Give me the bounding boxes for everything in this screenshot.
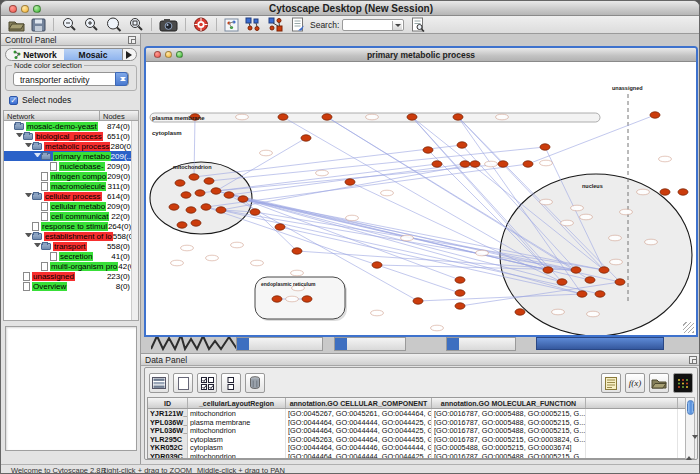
layout-a-icon[interactable] (242, 17, 265, 33)
attribute-table[interactable]: ID_cellularLayoutRegionannotation.GO CEL… (147, 397, 689, 459)
network-node[interactable] (211, 188, 221, 194)
tree-row[interactable]: nucleobase-209(0) (4, 161, 138, 171)
network-overview-icon[interactable] (221, 17, 242, 33)
network-node[interactable] (302, 296, 312, 302)
tree-row[interactable]: cell communicat22(0) (4, 211, 138, 221)
network-node[interactable] (272, 296, 282, 302)
column-nodes[interactable]: Nodes (100, 111, 138, 120)
attribute-table-row[interactable]: YKR052Ccytoplasm[GO:0044464, GO:0044446,… (148, 443, 688, 452)
tree-row[interactable]: secretion41(0) (4, 251, 138, 261)
select-all-attributes-icon[interactable] (197, 373, 217, 393)
network-tree[interactable]: mosaic-demo-yeast874(0)biological_proces… (3, 121, 139, 321)
tree-row[interactable]: cellular metabo209(0) (4, 201, 138, 211)
network-node[interactable] (216, 207, 226, 213)
column-header[interactable]: _cellularLayoutRegion (188, 398, 286, 408)
tree-row[interactable]: transport558(0) (4, 241, 138, 251)
tree-row[interactable]: unassigned223(0) (4, 271, 138, 281)
zoom-in-icon[interactable] (80, 17, 102, 33)
network-node[interactable] (432, 161, 442, 167)
function-builder-icon[interactable]: f(x) (625, 373, 645, 393)
tree-row[interactable]: Overview8(0) (4, 281, 138, 291)
network-node[interactable] (423, 147, 433, 153)
select-attributes-icon[interactable] (149, 373, 169, 393)
network-node[interactable] (204, 178, 214, 184)
network-node[interactable] (201, 204, 211, 210)
search-dropdown-icon[interactable] (392, 21, 402, 30)
network-node[interactable] (678, 189, 688, 195)
network-node[interactable] (660, 189, 670, 195)
scroll-down-icon[interactable] (692, 435, 698, 459)
network-node[interactable] (577, 291, 587, 297)
network-node[interactable] (169, 204, 179, 210)
attribute-notes-icon[interactable] (601, 373, 621, 393)
network-node[interactable] (301, 135, 311, 141)
network-node[interactable] (224, 192, 234, 198)
tabs-overflow-button[interactable] (122, 49, 136, 60)
network-node[interactable] (455, 277, 465, 283)
attribute-table-row[interactable]: YPL036W__1mitochondrion[GO:0044464, GO:0… (148, 426, 688, 435)
network-node[interactable] (372, 262, 382, 268)
network-node[interactable] (407, 114, 417, 120)
network-node[interactable] (238, 196, 248, 202)
network-node[interactable] (455, 303, 465, 309)
open-file-icon[interactable] (5, 17, 28, 33)
table-scrollbar[interactable] (685, 397, 695, 459)
network-canvas[interactable]: plasma membranecytoplasmmitochondrionnuc… (146, 62, 696, 335)
network-view-titlebar[interactable]: primary metabolic process (146, 48, 696, 62)
tree-row[interactable]: metabolic process280(0) (4, 141, 138, 151)
network-node[interactable] (186, 207, 196, 213)
tree-row[interactable]: primary metabo209(... (4, 151, 138, 161)
background-window[interactable] (446, 337, 516, 351)
import-icon[interactable] (288, 17, 308, 33)
network-node[interactable] (195, 190, 205, 196)
network-node[interactable] (540, 144, 550, 150)
network-node[interactable] (585, 277, 595, 283)
network-node[interactable] (250, 209, 260, 215)
float-panel-icon[interactable] (128, 36, 136, 44)
attribute-table-row[interactable]: YPL036W__2plasma membrane[GO:0044464, GO… (148, 418, 688, 427)
column-header[interactable]: ID (148, 398, 188, 408)
attribute-table-row[interactable]: YJR121W__1mitochondrion[GO:0045267, GO:0… (148, 409, 688, 418)
network-node[interactable] (557, 279, 567, 285)
tree-row[interactable]: establishment of lo558(0) (4, 231, 138, 241)
tab-mosaic[interactable]: Mosaic (64, 49, 122, 60)
search-input[interactable] (342, 19, 404, 31)
network-node[interactable] (181, 192, 191, 198)
network-node[interactable] (615, 279, 625, 285)
float-panel-icon[interactable] (689, 356, 697, 364)
zoom-selected-icon[interactable] (125, 17, 147, 33)
network-node[interactable] (453, 114, 463, 120)
tab-network[interactable]: Network (6, 49, 64, 60)
expand-arrow-icon[interactable] (24, 192, 32, 200)
background-window-titlebar[interactable] (536, 337, 664, 350)
matrix-view-icon[interactable] (673, 373, 693, 393)
expand-arrow-icon[interactable] (33, 152, 41, 160)
tree-row[interactable]: response to stimul264(0) (4, 221, 138, 231)
layout-b-icon[interactable] (265, 17, 288, 33)
attribute-table-row[interactable]: YLR295Ccytoplasm[GO:0045263, GO:0044464,… (148, 435, 688, 444)
column-header[interactable]: annotation.GO MOLECULAR_FUNCTION (432, 398, 586, 408)
tree-row[interactable]: biological_process651(0) (4, 131, 138, 141)
column-network[interactable]: Network (4, 111, 100, 120)
tree-row[interactable]: nitrogen compo209(0) (4, 171, 138, 181)
help-ring-icon[interactable] (190, 17, 212, 33)
network-node[interactable] (278, 114, 288, 120)
network-node[interactable] (455, 290, 465, 296)
network-node[interactable] (515, 309, 525, 315)
network-node[interactable] (322, 114, 332, 120)
expand-arrow-icon[interactable] (15, 132, 23, 140)
zoom-out-icon[interactable] (58, 17, 80, 33)
network-node[interactable] (189, 174, 199, 180)
delete-attribute-icon[interactable] (245, 373, 265, 393)
import-attributes-icon[interactable] (649, 373, 669, 393)
search-config-icon[interactable] (408, 17, 428, 33)
resize-grip-icon[interactable] (683, 322, 694, 333)
tree-scrollbar[interactable] (131, 121, 138, 320)
network-node[interactable] (498, 161, 508, 167)
network-node[interactable] (523, 161, 533, 167)
region-nucleus[interactable] (500, 174, 692, 335)
network-view-window[interactable]: primary metabolic process plasma membran… (144, 46, 698, 337)
unselect-all-attributes-icon[interactable] (221, 373, 241, 393)
network-node[interactable] (460, 161, 470, 167)
tree-row[interactable]: cellular process614(0) (4, 191, 138, 201)
